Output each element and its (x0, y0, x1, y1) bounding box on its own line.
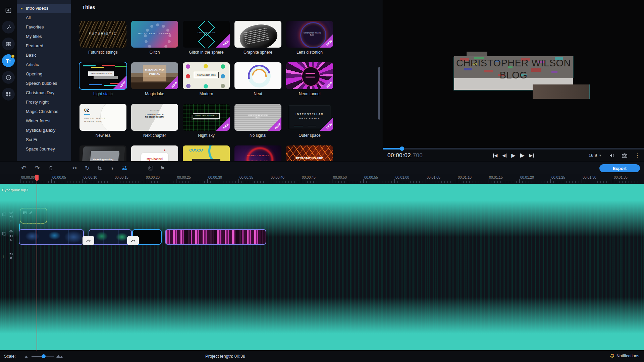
snapshot-camera-icon[interactable] (622, 153, 627, 158)
crop-button[interactable] (96, 166, 103, 171)
title-card-label: Light static (79, 92, 126, 96)
title-card-night-sky[interactable]: CHRISTOPHER WILSON BLOGNEWNight sky (183, 104, 230, 138)
title-card-neon-tunnel[interactable]: NEWNeon tunnel (286, 62, 333, 96)
sidebar-item-space-journey[interactable]: Space Journey (17, 144, 71, 154)
notifications-button[interactable]: Notifications (610, 354, 639, 358)
title-card-outer-space[interactable]: INTERSTELLAR SPACESHIPNEWOuter space (286, 104, 333, 138)
title-card-label: Modern (183, 92, 230, 96)
volume-icon[interactable] (609, 153, 614, 158)
title-thumbnail: CHRISTOPHER WILSON BLOGNEW (79, 62, 126, 89)
title-card-fire[interactable]: DEVASTATING FIRE (286, 145, 333, 161)
title-thumbnail: CHRISTOPHER WILSON BLOGNEW (234, 104, 281, 131)
sidebar-item-frosty-night[interactable]: Frosty night (17, 98, 71, 107)
scale-slider-handle[interactable] (42, 354, 46, 358)
title-card-no-signal[interactable]: CHRISTOPHER WILSON BLOGNEWNo signal (234, 104, 281, 138)
color-adjustments-button[interactable]: ◑ (108, 165, 116, 171)
thumb-text: My Channel (131, 157, 178, 161)
video-clip-hacker[interactable] (89, 229, 132, 245)
overlay-button[interactable] (147, 166, 154, 171)
title-card-mychannel[interactable]: My ChannelIntro (131, 145, 178, 161)
transition-2[interactable] (127, 236, 139, 245)
title-thumbnail: YOUR LOGO (183, 145, 230, 161)
title-card-magic-lake[interactable]: THROUGH THE PORTALNEWMagic lake (131, 62, 178, 96)
marker-button[interactable]: ⚑ (159, 165, 166, 171)
skip-start-button[interactable]: ◀ (493, 153, 497, 158)
undo-button[interactable]: ↶ (20, 165, 28, 171)
extra-tool-group: ⚑ (147, 162, 166, 175)
sidebar-item-all[interactable]: All (17, 13, 71, 22)
main-toolbar-rail: TT (0, 0, 17, 161)
scale-slider[interactable] (32, 356, 54, 357)
sidebar-item-opening[interactable]: Opening (17, 69, 71, 79)
category-sidebar: Intro videosAllFavoritesMy titlesFeature… (17, 0, 71, 161)
title-card-next-chapter[interactable]: BUSINESSCROWDSOURCING IN THE DESIGN INDU… (131, 104, 178, 138)
title-card-neat[interactable]: Neat (234, 62, 281, 96)
rail-filters-button[interactable] (2, 21, 15, 34)
title-thumbnail: HIGH-TECH CHANNEL (131, 21, 178, 48)
ruler-label: 00:01:30 (583, 175, 596, 179)
title-card-new-era[interactable]: 02SOCIAL MEDIA MARKETINGNew era (79, 104, 126, 138)
sidebar-item-basic[interactable]: Basic (17, 51, 71, 60)
title-card-yourlogo[interactable]: YOUR LOGO (183, 145, 230, 161)
rail-more-tools-button[interactable] (2, 88, 15, 101)
ruler-label: 00:00:10 (84, 175, 97, 179)
sidebar-item-artistic[interactable]: Artistic (17, 60, 71, 69)
rotate-button[interactable]: ↻ (84, 165, 91, 172)
title-card-marketing[interactable]: Marketing meeting (79, 145, 126, 161)
aspect-ratio-dropdown[interactable]: 16:9▼ (589, 153, 602, 158)
sidebar-item-intro-videos[interactable]: Intro videos (17, 4, 71, 13)
title-card-modern[interactable]: Your Modern IntroModern (183, 62, 230, 96)
rail-transitions-button[interactable] (2, 38, 15, 50)
sidebar-item-sci-fi[interactable]: Sci-Fi (17, 135, 71, 144)
titles-scrollbar[interactable] (378, 67, 380, 120)
sidebar-item-featured[interactable]: Featured (17, 41, 71, 51)
clip-properties-button[interactable] (121, 166, 128, 171)
title-card-futuristic-strings[interactable]: FUTURISTICFuturistic strings (79, 21, 126, 55)
clip-tool-group: ✂↻◑ (71, 162, 128, 175)
rail-media-import-button[interactable] (2, 4, 15, 17)
sidebar-item-label: Artistic (26, 62, 39, 67)
transition-1[interactable] (83, 236, 94, 245)
title-thumbnail: CHRISTOPHER WILSON BLOGNEW (183, 104, 230, 131)
sidebar-item-mystical-galaxy[interactable]: Mystical galaxy (17, 126, 71, 135)
zoom-out-icon[interactable] (25, 356, 28, 358)
video-clip-cyber[interactable] (19, 229, 84, 245)
sidebar-item-favorites[interactable]: Favorites (17, 22, 71, 32)
frame-back-button[interactable]: ◀ (502, 153, 506, 158)
sidebar-item-label: Opening (26, 71, 42, 76)
bar-glyph (493, 154, 494, 158)
new-badge-label: NEW (274, 122, 281, 130)
video-clip-vr[interactable] (165, 229, 266, 245)
cut-button[interactable]: ✂ (71, 165, 78, 171)
title-card-label: Magic lake (131, 92, 178, 96)
sidebar-item-magic-christmas[interactable]: Magic Christmas (17, 107, 71, 116)
sidebar-item-my-titles[interactable]: My titles (17, 32, 71, 41)
title-card-graphite-sphere[interactable]: Graphite sphere (234, 21, 281, 55)
ruler-label: 00:01:15 (489, 175, 503, 179)
sidebar-item-speech-bubbles[interactable]: Speech bubbles (17, 79, 71, 88)
timeline-ruler[interactable]: 00:00:0000:00:0500:00:1000:00:1500:00:20… (0, 174, 644, 184)
title-card-glitch[interactable]: HIGH-TECH CHANNELGlitch (131, 21, 178, 55)
ruler-label: 00:00:00 (21, 175, 35, 179)
frame-forward-button[interactable]: ▶ (520, 153, 525, 158)
sidebar-item-winter-forest[interactable]: Winter forest (17, 116, 71, 126)
title-card-light-static[interactable]: CHRISTOPHER WILSON BLOGNEWLight static (79, 62, 126, 96)
title-card-lens-distortion[interactable]: CHRISTOPHER WILSON BLOGNEWLens distortio… (286, 21, 333, 55)
play-button[interactable]: ▶ (511, 153, 515, 158)
rail-titles-button[interactable]: TT (2, 54, 15, 67)
skip-end-button[interactable]: ▶ (529, 153, 534, 158)
export-button[interactable]: Export (599, 164, 640, 172)
title-card-shining[interactable]: SHINING DARKNESSMYSTICAL GALAXY (234, 145, 281, 161)
rail-stickers-button[interactable] (2, 71, 15, 84)
scale-label: Scale: (4, 354, 16, 359)
redo-button[interactable]: ↷ (34, 165, 41, 171)
more-menu-icon[interactable]: ⋮ (635, 152, 640, 159)
titles-icon: TT (6, 58, 11, 64)
ruler-label: 00:00:05 (52, 175, 66, 179)
sidebar-item-christmas-day[interactable]: Christmas Day (17, 88, 71, 98)
playhead-handle[interactable] (35, 175, 39, 180)
triangle-glyph: ▶ (521, 153, 525, 158)
delete-button[interactable] (47, 166, 54, 171)
title-card-glitch-in-the-sphere[interactable]: CHRISTOPHER WILSON BLOGNEWGlitch in the … (183, 21, 230, 55)
new-badge-label: NEW (222, 122, 229, 130)
